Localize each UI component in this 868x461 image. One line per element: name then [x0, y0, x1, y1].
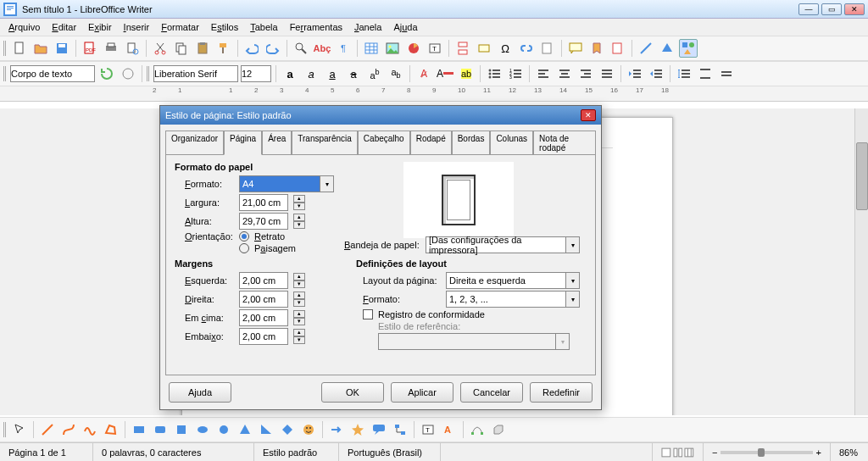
horizontal-ruler[interactable]: 2 1 1 2 3 4 5 6 7 8 9 10 11 12 13 14 15 …	[0, 86, 868, 102]
new-style-button[interactable]	[119, 64, 137, 83]
line-button[interactable]	[637, 39, 655, 58]
increase-indent-button[interactable]	[626, 64, 644, 83]
help-button[interactable]: Ajuda	[169, 382, 231, 403]
highlight-button[interactable]: ab	[457, 64, 476, 83]
field-button[interactable]	[475, 39, 493, 58]
image-button[interactable]	[383, 39, 402, 58]
clear-formatting-button[interactable]: A̷	[415, 64, 433, 83]
triangle-tool-button[interactable]	[236, 420, 254, 439]
print-preview-button[interactable]	[123, 39, 142, 58]
para-spacing-increase-button[interactable]	[696, 64, 715, 83]
status-style[interactable]: Estilo padrão	[254, 443, 339, 461]
apply-button[interactable]: Aplicar	[391, 382, 453, 403]
tab-rodape[interactable]: Rodapé	[410, 131, 452, 155]
vertical-scrollbar[interactable]	[854, 108, 868, 415]
status-language[interactable]: Português (Brasil)	[339, 443, 441, 461]
chevron-down-icon[interactable]: ▾	[320, 175, 334, 192]
cancel-button[interactable]: Cancelar	[460, 382, 523, 403]
align-left-button[interactable]	[534, 64, 553, 83]
update-style-button[interactable]	[97, 64, 116, 83]
margin-right-field[interactable]: 2,00 cm	[239, 291, 288, 308]
fontwork-tool-button[interactable]: A	[440, 420, 459, 439]
font-name-select[interactable]	[153, 65, 238, 82]
nonprinting-button[interactable]: ¶	[334, 39, 353, 58]
paragraph-style-select[interactable]	[10, 65, 95, 82]
rectangle-tool-button[interactable]	[130, 420, 148, 439]
menu-inserir[interactable]: Inserir	[119, 20, 155, 34]
bold-button[interactable]: a	[281, 64, 299, 83]
status-words[interactable]: 0 palavras, 0 caracteres	[93, 443, 254, 461]
paper-tray-value[interactable]: [Das configurações da impressora]	[426, 236, 566, 253]
freeform-tool-button[interactable]	[81, 420, 99, 439]
menu-ferramentas[interactable]: Ferramentas	[285, 20, 348, 34]
basic-shapes-button[interactable]	[658, 39, 676, 58]
italic-button[interactable]: a	[302, 64, 320, 83]
menu-editar[interactable]: Editar	[47, 20, 81, 34]
ok-button[interactable]: OK	[321, 382, 384, 403]
dialog-close-button[interactable]: ✕	[581, 109, 596, 121]
margin-left-field[interactable]: 2,00 cm	[239, 272, 288, 289]
menu-janela[interactable]: Janela	[349, 20, 387, 34]
tab-cabecalho[interactable]: Cabeçalho	[358, 131, 410, 155]
paper-tray-combo[interactable]: [Das configurações da impressora] ▾	[426, 236, 580, 253]
bookmark-button[interactable]	[587, 39, 606, 58]
extrusion-tool-button[interactable]	[489, 420, 508, 439]
font-size-select[interactable]	[241, 65, 271, 82]
status-insert-mode[interactable]	[441, 443, 653, 461]
polygon-tool-button[interactable]	[102, 420, 120, 439]
align-right-button[interactable]	[576, 64, 595, 83]
textbox-button[interactable]: T	[426, 39, 444, 58]
comment-button[interactable]	[566, 39, 585, 58]
line-tool-button[interactable]	[38, 420, 57, 439]
menu-estilos[interactable]: Estilos	[206, 20, 243, 34]
bullet-list-button[interactable]	[485, 64, 504, 83]
tab-bordas[interactable]: Bordas	[452, 131, 491, 155]
width-field[interactable]: 21,00 cm	[239, 194, 288, 211]
strikethrough-button[interactable]: a	[344, 64, 363, 83]
tab-organizador[interactable]: Organizador	[165, 131, 224, 155]
tab-colunas[interactable]: Colunas	[490, 131, 533, 155]
margin-top-spinner[interactable]: ▴▾	[293, 310, 305, 325]
margin-top-field[interactable]: 2,00 cm	[239, 309, 288, 326]
copy-button[interactable]	[172, 39, 191, 58]
right-triangle-tool-button[interactable]	[257, 420, 275, 439]
font-color-button[interactable]: A	[436, 64, 454, 83]
callout-tool-button[interactable]	[370, 420, 388, 439]
export-pdf-button[interactable]: PDF	[81, 39, 99, 58]
curve-tool-button[interactable]	[59, 420, 78, 439]
paste-button[interactable]	[193, 39, 212, 58]
underline-button[interactable]: a	[323, 64, 342, 83]
width-spinner[interactable]: ▴▾	[293, 195, 305, 210]
format-value[interactable]: A4	[239, 175, 320, 192]
tab-area[interactable]: Área	[262, 131, 292, 155]
arrow-tool-button[interactable]	[327, 420, 346, 439]
clone-format-button[interactable]	[214, 39, 233, 58]
layout-format-combo[interactable]: 1, 2, 3, ...▾	[446, 291, 580, 308]
orientation-portrait-radio[interactable]	[239, 231, 249, 242]
menu-arquivo[interactable]: Arquivo	[3, 20, 45, 34]
maximize-button[interactable]: ▭	[821, 3, 842, 15]
minimize-button[interactable]: —	[798, 3, 819, 15]
superscript-button[interactable]: ab	[365, 64, 384, 83]
dialog-titlebar[interactable]: Estilo de página: Estilo padrão ✕	[160, 106, 601, 125]
margin-left-spinner[interactable]: ▴▾	[293, 273, 305, 288]
undo-button[interactable]	[242, 39, 261, 58]
find-replace-button[interactable]	[292, 39, 310, 58]
flowchart-tool-button[interactable]	[391, 420, 409, 439]
open-button[interactable]	[31, 39, 50, 58]
number-list-button[interactable]: 123	[506, 64, 525, 83]
tab-transparencia[interactable]: Transparência	[292, 131, 358, 155]
smiley-tool-button[interactable]	[299, 420, 318, 439]
rounded-rect-tool-button[interactable]	[151, 420, 170, 439]
tab-nota-rodape[interactable]: Nota de rodapé	[533, 131, 596, 155]
margin-right-spinner[interactable]: ▴▾	[293, 292, 305, 307]
footnote-button[interactable]	[538, 39, 557, 58]
select-tool-button[interactable]	[10, 420, 29, 439]
height-field[interactable]: 29,70 cm	[239, 213, 288, 230]
height-spinner[interactable]: ▴▾	[293, 214, 305, 229]
menu-tabela[interactable]: Tabela	[245, 20, 282, 34]
diamond-tool-button[interactable]	[278, 420, 297, 439]
para-spacing-decrease-button[interactable]	[717, 64, 736, 83]
menu-formatar[interactable]: Formatar	[156, 20, 204, 34]
line-spacing-button[interactable]	[675, 64, 693, 83]
